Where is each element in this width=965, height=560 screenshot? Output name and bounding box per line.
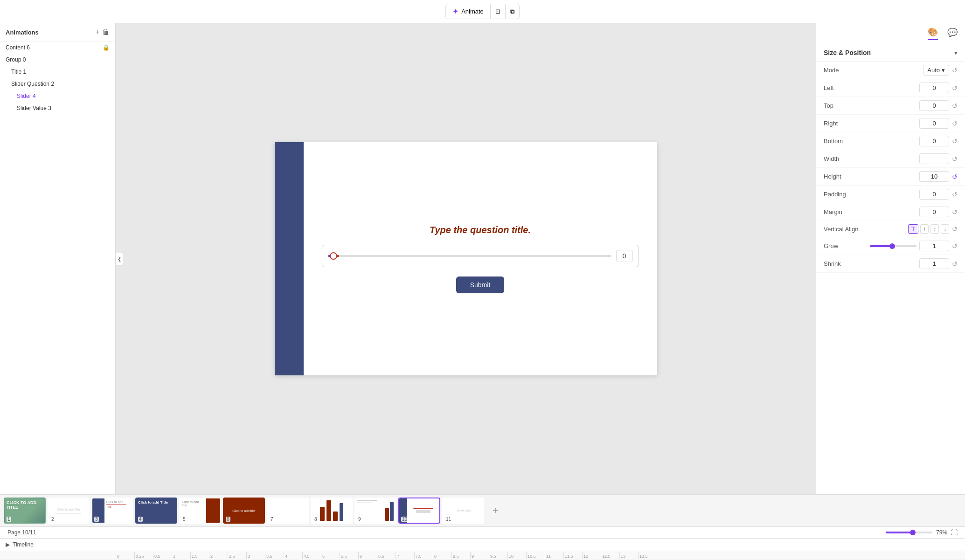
timeline-ruler: 0 0.25 0.5 1 1.5 2 2.5 3 3.5 4 4.5 5 5.5… bbox=[0, 551, 965, 560]
canvas-area: ❮ Type the question title. 0 Submit bbox=[116, 23, 816, 494]
slide-thumb-4[interactable]: Click to add Title 4 bbox=[135, 498, 177, 524]
anim-item-3[interactable]: Slider Question 2 bbox=[0, 78, 115, 90]
add-slide-button[interactable]: + bbox=[486, 498, 505, 524]
slide-thumb-1[interactable]: CLICK TO ADD TITLE 1 bbox=[4, 498, 46, 524]
right-value-area: ↺ bbox=[919, 118, 958, 129]
slide-thumb-8[interactable]: 8 bbox=[311, 498, 353, 524]
top-value-area: ↺ bbox=[919, 100, 958, 111]
layout-button-1[interactable]: ⊡ bbox=[491, 4, 506, 19]
mode-value: Auto bbox=[927, 67, 940, 74]
mode-reset-icon[interactable]: ↺ bbox=[952, 67, 958, 74]
fullscreen-icon[interactable]: ⛶ bbox=[951, 529, 958, 536]
left-label: Left bbox=[824, 84, 834, 91]
anim-item-1[interactable]: Group 0 bbox=[0, 54, 115, 66]
right-reset-icon[interactable]: ↺ bbox=[952, 120, 958, 127]
vertical-align-reset-icon[interactable]: ↺ bbox=[952, 225, 958, 233]
grow-reset-icon[interactable]: ↺ bbox=[952, 242, 958, 250]
ruler-mark-11: 11 bbox=[545, 552, 563, 559]
add-animation-icon[interactable]: + bbox=[95, 28, 99, 36]
slide-thumb-2[interactable]: Click to add title 2 bbox=[48, 498, 90, 524]
page-text: Page 10/11 bbox=[7, 529, 36, 536]
slide-thumb-7[interactable]: 7 bbox=[267, 498, 309, 524]
timeline-area: ▶ Timeline 0 0.25 0.5 1 1.5 2 2.5 3 3.5 … bbox=[0, 538, 965, 560]
align-top-button[interactable]: ↑ bbox=[920, 224, 929, 234]
layout-button-2[interactable]: ⧉ bbox=[506, 4, 520, 19]
comment-tab-icon[interactable]: 💬 bbox=[947, 28, 958, 40]
timeline-toggle[interactable]: ▶ Timeline bbox=[0, 539, 965, 551]
align-center-button[interactable]: ↕ bbox=[930, 224, 939, 234]
delete-animation-icon[interactable]: 🗑 bbox=[102, 28, 110, 36]
height-reset-icon[interactable]: ↺ bbox=[952, 173, 958, 180]
slide-thumb-6[interactable]: Click to add title 6 bbox=[223, 498, 265, 524]
slide-thumb-3[interactable]: Click to add Title 3 bbox=[91, 498, 133, 524]
slide-thumb-9[interactable]: 9 bbox=[354, 498, 396, 524]
width-value-area: ↺ bbox=[919, 153, 958, 164]
top-reset-icon[interactable]: ↺ bbox=[952, 102, 958, 110]
section-chevron-icon[interactable]: ▾ bbox=[954, 49, 958, 56]
mode-row: Mode Auto ▾ ↺ bbox=[816, 62, 965, 79]
slider-track[interactable] bbox=[328, 255, 611, 257]
align-bottom-button[interactable]: ↓ bbox=[941, 224, 949, 234]
timeline-icon: ▶ bbox=[6, 541, 10, 548]
grow-slider-thumb[interactable] bbox=[889, 243, 895, 249]
mode-chevron-icon: ▾ bbox=[942, 67, 945, 74]
width-input[interactable] bbox=[919, 153, 949, 164]
zoom-slider[interactable] bbox=[886, 532, 932, 533]
height-input[interactable] bbox=[919, 171, 949, 182]
question-title[interactable]: Type the question title. bbox=[430, 225, 531, 235]
ruler-mark-13: 13 bbox=[619, 552, 638, 559]
anim-item-4[interactable]: Slider 4 bbox=[0, 90, 115, 102]
ruler-mark-135: 13.5 bbox=[638, 552, 657, 559]
bottom-input[interactable] bbox=[919, 136, 949, 146]
shrink-input[interactable] bbox=[919, 258, 949, 269]
mode-select[interactable]: Auto ▾ bbox=[923, 65, 949, 76]
ruler-mark-75: 7.5 bbox=[414, 552, 433, 559]
style-tab-icon[interactable]: 🎨 bbox=[928, 27, 938, 40]
top-input[interactable] bbox=[919, 100, 949, 111]
left-panel: Animations + 🗑 Content 6 🔒 Group 0 Title… bbox=[0, 23, 116, 494]
ruler-mark-125: 12.5 bbox=[601, 552, 619, 559]
grow-slider[interactable] bbox=[870, 245, 916, 247]
slide-num-8: 8 bbox=[313, 517, 318, 522]
align-buttons: ⊤ ↑ ↕ ↓ bbox=[908, 224, 949, 234]
ruler-mark-25: 2.5 bbox=[228, 552, 246, 559]
padding-input[interactable] bbox=[919, 189, 949, 200]
ruler-mark-0: 0 bbox=[116, 552, 134, 559]
left-row: Left ↺ bbox=[816, 79, 965, 97]
grow-slider-area bbox=[870, 245, 916, 247]
padding-reset-icon[interactable]: ↺ bbox=[952, 191, 958, 198]
slider-container: 0 bbox=[322, 245, 639, 267]
ruler-mark-05: 0.5 bbox=[153, 552, 172, 559]
expand-panel-button[interactable]: ❮ bbox=[116, 252, 123, 266]
top-label: Top bbox=[824, 102, 833, 109]
bottom-reset-icon[interactable]: ↺ bbox=[952, 138, 958, 145]
submit-button[interactable]: Submit bbox=[456, 277, 505, 293]
shrink-reset-icon[interactable]: ↺ bbox=[952, 260, 958, 268]
grow-input[interactable] bbox=[919, 241, 949, 251]
slide-thumb-11[interactable]: THANK YOU 11 bbox=[442, 498, 484, 524]
width-reset-icon[interactable]: ↺ bbox=[952, 155, 958, 163]
ruler-mark-7: 7 bbox=[396, 552, 414, 559]
margin-reset-icon[interactable]: ↺ bbox=[952, 208, 958, 216]
padding-label: Padding bbox=[824, 191, 846, 198]
ruler-mark-8: 8 bbox=[433, 552, 451, 559]
margin-input[interactable] bbox=[919, 207, 949, 217]
ruler-mark-45: 4.5 bbox=[302, 552, 321, 559]
left-input[interactable] bbox=[919, 83, 949, 93]
slider-thumb[interactable] bbox=[330, 252, 337, 260]
animate-button[interactable]: ✦ Animate bbox=[445, 4, 491, 19]
ruler-mark-3: 3 bbox=[246, 552, 265, 559]
anim-item-0[interactable]: Content 6 🔒 bbox=[0, 41, 115, 54]
ruler-mark-95: 9.5 bbox=[489, 552, 507, 559]
anim-item-2[interactable]: Title 1 bbox=[0, 66, 115, 78]
left-reset-icon[interactable]: ↺ bbox=[952, 84, 958, 92]
right-input[interactable] bbox=[919, 118, 949, 129]
align-start-button[interactable]: ⊤ bbox=[908, 224, 918, 234]
slide-thumb-5[interactable]: Click to add title 5 bbox=[179, 498, 221, 524]
slide-content: Type the question title. 0 Submit bbox=[304, 215, 657, 303]
slide-thumb-10[interactable]: 10 bbox=[398, 498, 440, 524]
right-panel: 🎨 💬 Size & Position ▾ Mode Auto ▾ ↺ Left bbox=[816, 23, 965, 494]
anim-item-5[interactable]: Slider Value 3 bbox=[0, 102, 115, 114]
zoom-thumb[interactable] bbox=[910, 530, 916, 535]
slide-num-3: 3 bbox=[94, 517, 99, 522]
